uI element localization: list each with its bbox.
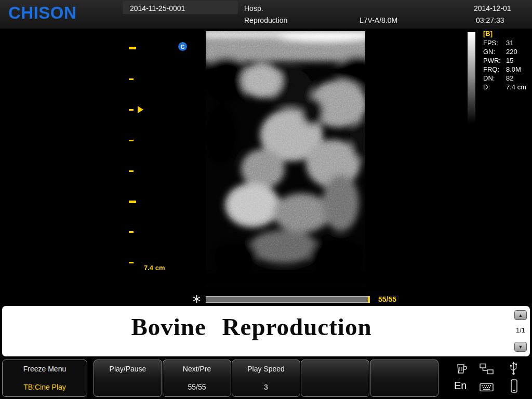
grayscale-map-bar [468, 32, 475, 124]
scan-params-panel: [B] FPS:31 GN:220 PWR:15 FRQ:8.0M DN:82 … [483, 29, 531, 91]
exam-type: Reproduction [244, 16, 287, 24]
depth-tick [129, 170, 134, 172]
chevron-down-icon: ▼ [518, 344, 523, 350]
system-date: 2014-12-01 [474, 4, 511, 12]
param-row: FPS:31 [483, 38, 531, 47]
play-speed-button[interactable]: Play Speed 3 [232, 360, 300, 397]
keyboard-icon [480, 383, 494, 394]
language-indicator: En [454, 380, 467, 392]
cup-icon [456, 363, 467, 377]
page-indicator: 1/1 [513, 326, 528, 334]
network-icon [480, 363, 494, 377]
param-row: DN:82 [483, 74, 531, 83]
depth-tick [129, 109, 134, 111]
patient-id: 2014-11-25-0001 [130, 4, 185, 12]
softkey-empty-button[interactable] [301, 360, 369, 397]
chevron-up-icon: ▲ [518, 313, 523, 318]
depth-tick [129, 140, 134, 141]
ultrasound-screen: CHISON 2014-11-25-0001 Hosp. Reproductio… [0, 0, 532, 399]
focus-marker-icon [138, 106, 143, 113]
top-status-bar: CHISON 2014-11-25-0001 Hosp. Reproductio… [0, 0, 532, 29]
depth-tick [129, 262, 134, 263]
annotation-banner: Bovine Reproduction ▲ 1/1 ▼ [2, 306, 530, 356]
scroll-down-button[interactable]: ▼ [514, 342, 527, 352]
next-pre-button[interactable]: Next/Pre 55/55 [163, 360, 231, 397]
system-time: 03:27:33 [476, 16, 504, 24]
exam-title: Bovine Reproduction [2, 313, 501, 341]
cine-frame-counter: 55/55 [378, 295, 396, 303]
freeze-menu-button[interactable]: Freeze Menu TB:Cine Play [2, 360, 87, 397]
depth-label: 7.4 cm [144, 264, 165, 272]
freeze-snowflake-icon [192, 295, 201, 305]
probe-info: L7V-A/8.0M [360, 16, 397, 24]
play-pause-button[interactable]: Play/Pause [94, 360, 162, 397]
mobile-device-icon [510, 379, 518, 395]
param-row: GN:220 [483, 47, 531, 56]
chison-logo: CHISON [8, 3, 76, 23]
softkey-empty-button[interactable] [370, 360, 438, 397]
scroll-up-button[interactable]: ▲ [514, 310, 527, 320]
depth-tick [129, 201, 136, 203]
depth-tick [129, 231, 134, 233]
depth-tick [129, 47, 136, 49]
hospital-label: Hosp. [244, 4, 263, 12]
param-row: D:7.4 cm [483, 83, 531, 91]
depth-tick [129, 78, 134, 80]
cine-progress-bar[interactable] [206, 296, 370, 303]
cine-position-marker[interactable] [368, 296, 369, 303]
ultrasound-image [206, 31, 365, 287]
usb-icon [509, 361, 518, 377]
param-row: FRQ:8.0M [483, 65, 531, 74]
param-row: PWR:15 [483, 56, 531, 65]
cursor-marker: C [178, 42, 187, 51]
mode-indicator: [B] [483, 29, 531, 38]
